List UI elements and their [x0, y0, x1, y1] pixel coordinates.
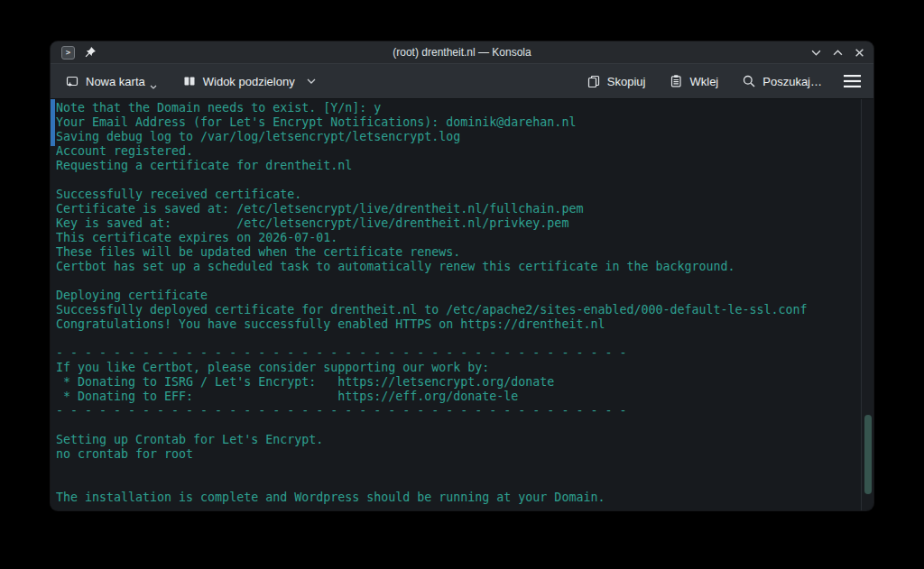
new-tab-label: Nowa karta: [86, 75, 145, 88]
terminal-line: Requesting a certificate for drentheit.n…: [56, 159, 857, 173]
maximize-button[interactable]: [833, 48, 843, 58]
scrollbar-thumb[interactable]: [864, 415, 872, 494]
scrollbar-track[interactable]: [861, 99, 873, 510]
terminal-line: This certificate expires on 2026-07-01.: [56, 231, 857, 245]
new-tab-dropdown-icon[interactable]: [150, 85, 157, 89]
terminal-line: Note that the Domain needs to exist. [Y/…: [56, 101, 857, 115]
desktop-background: > (root) drentheit.nl — Konsola: [0, 0, 924, 569]
terminal-line: Your Email Address (for Let's Encrypt No…: [56, 115, 857, 130]
terminal-line: Successfully received certificate.: [56, 188, 857, 202]
copy-label: Skopiuj: [607, 75, 646, 88]
paste-icon: [669, 74, 683, 88]
minimize-button[interactable]: [811, 48, 821, 58]
split-view-chevron-icon[interactable]: [307, 78, 316, 84]
terminal-line: no crontab for root: [56, 447, 857, 462]
terminal-line: [56, 173, 857, 188]
terminal-line: These files will be updated when the cer…: [56, 245, 857, 260]
search-button[interactable]: Poszukaj…: [738, 69, 826, 94]
new-tab-button[interactable]: Nowa karta: [61, 69, 162, 94]
terminal-line: * Donating to EFF: https://eff.org/donat…: [56, 390, 857, 404]
terminal-line: - - - - - - - - - - - - - - - - - - - - …: [56, 404, 857, 418]
terminal-line: [56, 418, 857, 433]
split-view-button[interactable]: Widok podzielony: [179, 69, 319, 94]
terminal-line: Certificate is saved at: /etc/letsencryp…: [56, 202, 857, 216]
terminal-line: The installation is complete and Wordpre…: [56, 491, 857, 505]
terminal-line: * Donating to ISRG / Let's Encrypt: http…: [56, 375, 857, 390]
terminal-line: Saving debug log to /var/log/letsencrypt…: [56, 130, 857, 144]
titlebar[interactable]: > (root) drentheit.nl — Konsola: [51, 41, 873, 63]
terminal-line: If you like Certbot, please consider sup…: [56, 361, 857, 375]
split-view-label: Widok podzielony: [203, 75, 295, 88]
close-button[interactable]: [855, 48, 864, 58]
window-title: (root) drentheit.nl — Konsola: [51, 46, 873, 59]
toolbar: Nowa karta Widok podzielony: [51, 63, 873, 99]
split-view-icon: [182, 74, 197, 88]
pin-icon[interactable]: [84, 46, 97, 59]
terminal-line: [56, 332, 857, 346]
konsole-window: > (root) drentheit.nl — Konsola: [51, 41, 873, 510]
focus-accent-bar: [51, 99, 55, 146]
terminal-line: [56, 462, 857, 476]
search-icon: [742, 74, 756, 88]
window-controls: [811, 48, 864, 58]
new-tab-icon: [65, 74, 79, 88]
paste-label: Wklej: [689, 75, 718, 88]
terminal-line: Successfully deployed certificate for dr…: [56, 303, 857, 317]
terminal-line: Deploying certificate: [56, 289, 857, 303]
copy-icon: [587, 74, 601, 88]
konsole-app-icon[interactable]: >: [61, 46, 75, 60]
terminal-line: Certbot has set up a scheduled task to a…: [56, 260, 857, 274]
terminal-view[interactable]: Note that the Domain needs to exist. [Y/…: [51, 99, 873, 510]
terminal-line: [56, 476, 857, 491]
search-label: Poszukaj…: [762, 75, 822, 88]
terminal-line: Congratulations! You have successfully e…: [56, 317, 857, 332]
copy-button[interactable]: Skopiuj: [583, 69, 650, 94]
terminal-line: Setting up Crontab for Let's Encrypt.: [56, 433, 857, 447]
terminal-line: Key is saved at: /etc/letsencrypt/live/d…: [56, 216, 857, 231]
menu-hamburger-icon[interactable]: [842, 69, 863, 93]
terminal-line: [56, 274, 857, 289]
paste-button[interactable]: Wklej: [665, 69, 722, 94]
terminal-line: Account registered.: [56, 144, 857, 159]
terminal-line: - - - - - - - - - - - - - - - - - - - - …: [56, 346, 857, 361]
